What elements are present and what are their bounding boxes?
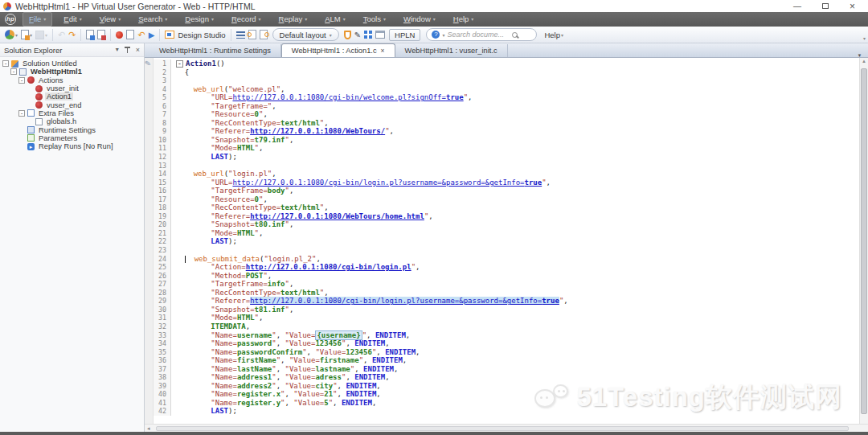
code-line-content: "Snapshot=t80.inf", bbox=[171, 220, 293, 229]
tree-item-label: WebHttpHtml1 bbox=[29, 68, 84, 76]
tab-webhttphtml1-vuser-init-c[interactable]: WebHttpHtml1 : vuser_init.c bbox=[395, 44, 508, 57]
chevron-down-icon: ▾ bbox=[433, 16, 436, 22]
menu-item-alm[interactable]: ALM▾ bbox=[318, 12, 352, 27]
vertical-scroll-thumb[interactable] bbox=[861, 68, 867, 414]
tree-item-vuser-init[interactable]: vuser_init bbox=[2, 84, 144, 92]
snapshot-icon bbox=[126, 30, 134, 39]
layout-select[interactable]: Default layout ▾ bbox=[272, 28, 339, 41]
parameters-icon bbox=[27, 134, 35, 142]
hpln-button[interactable]: HPLN bbox=[389, 29, 420, 41]
tree-item-extra-files[interactable]: -Extra Files bbox=[2, 109, 144, 117]
menu-item-view[interactable]: View▾ bbox=[93, 12, 127, 27]
menu-item-design[interactable]: Design▾ bbox=[178, 12, 220, 27]
tree-item-solution-untitled[interactable]: -Solution Untitled bbox=[2, 60, 144, 68]
code-line-content: "Mode=HTML", bbox=[171, 314, 263, 322]
menu-item-file[interactable]: File▾ bbox=[23, 12, 52, 27]
chevron-down-icon: ▾ bbox=[80, 16, 82, 22]
tree-item-actions[interactable]: -Actions bbox=[2, 76, 144, 84]
help-menu-button[interactable]: Help ▾ bbox=[542, 31, 563, 39]
tree-item-label: vuser_init bbox=[45, 84, 80, 92]
vertical-scrollbar[interactable]: ▲ bbox=[859, 58, 868, 424]
tree-item-parameters[interactable]: Parameters bbox=[2, 134, 144, 142]
menu-item-tools[interactable]: Tools▾ bbox=[357, 12, 392, 27]
redo-button[interactable]: ↷ bbox=[68, 30, 76, 40]
expand-collapse-icon[interactable]: - bbox=[10, 68, 17, 75]
edit-pen-button[interactable]: ✎ bbox=[354, 31, 361, 39]
code-line-37: 37 "Name=lastName", "Value=lastname", EN… bbox=[145, 365, 859, 374]
code-line-content: "Name=password", "Value=123456", ENDITEM… bbox=[171, 339, 390, 348]
panel-close-icon[interactable]: × bbox=[136, 47, 140, 53]
output-pane-button[interactable] bbox=[236, 31, 245, 39]
tab-close-icon[interactable]: × bbox=[381, 47, 385, 55]
expand-collapse-icon[interactable]: - bbox=[2, 60, 9, 67]
horizontal-scroll-thumb[interactable] bbox=[156, 426, 849, 431]
code-line-content: "Name=address2", "Value=city", ENDITEM, bbox=[171, 382, 381, 391]
new-script-button[interactable]: ▾ bbox=[5, 30, 18, 39]
open-button[interactable]: ▾ bbox=[21, 30, 32, 39]
code-line-18: 18 "RecContentType=text/html", bbox=[145, 203, 859, 212]
chevron-down-icon[interactable]: ▾ bbox=[442, 32, 444, 38]
code-line-content: "URL=http://127.0.0.1:1080/cgi-bin/welco… bbox=[171, 93, 473, 102]
chevron-down-icon: ▾ bbox=[471, 16, 473, 22]
snapshot-right-button[interactable] bbox=[260, 30, 268, 39]
tab-label: WebHttpHtml1 : Action1.c bbox=[292, 47, 377, 55]
panel-menu-icon[interactable]: ▾ bbox=[116, 47, 119, 53]
tree-item-vuser-end[interactable]: vuser_end bbox=[2, 101, 144, 109]
toolbar-overflow-icon[interactable]: ▾ bbox=[863, 35, 866, 41]
record-button[interactable] bbox=[116, 31, 123, 39]
vugen-window: WebHttpHtml1 - HP Virtual User Generator… bbox=[0, 0, 868, 435]
chevron-down-icon: ▾ bbox=[343, 16, 346, 22]
code-line-content bbox=[171, 246, 176, 255]
maximize-icon[interactable] bbox=[822, 3, 829, 9]
fold-collapse-icon: - bbox=[176, 60, 183, 68]
pane-layout-button[interactable] bbox=[375, 31, 385, 39]
menu-item-record[interactable]: Record▾ bbox=[225, 12, 268, 27]
scroll-up-icon[interactable]: ▲ bbox=[860, 59, 868, 64]
snapshot-left-button[interactable] bbox=[248, 30, 256, 39]
close-icon[interactable]: × bbox=[850, 2, 855, 10]
recording-options-icon: ↶ bbox=[137, 30, 145, 40]
menu-item-search[interactable]: Search▾ bbox=[132, 12, 174, 27]
record-options-button[interactable] bbox=[97, 30, 105, 39]
save-button[interactable]: ▾ bbox=[35, 31, 47, 39]
code-line-content bbox=[171, 162, 176, 170]
code-line-content: "Name=firstName", "Value=firstname", END… bbox=[171, 356, 407, 365]
regenerate-script-button[interactable] bbox=[86, 30, 94, 39]
code-line-content: "Referer=http://127.0.0.1:1080/WebTours/… bbox=[171, 127, 394, 136]
hp-logo-icon: hp bbox=[5, 14, 16, 25]
search-icon[interactable] bbox=[512, 32, 518, 38]
shield-button[interactable] bbox=[344, 31, 351, 39]
action-icon bbox=[35, 101, 43, 109]
menu-item-replay[interactable]: Replay▾ bbox=[272, 12, 314, 27]
minimize-icon[interactable]: — bbox=[793, 2, 801, 10]
tab-webhttphtml1-runtime-settings[interactable]: WebHttpHtml1 : Runtime Settings bbox=[149, 44, 281, 57]
code-line-content: "TargetFrame=info", bbox=[171, 280, 293, 289]
tree-item-replay-runs-no-run-[interactable]: ▸Replay Runs [No Run] bbox=[2, 142, 144, 150]
expand-collapse-icon[interactable]: - bbox=[18, 110, 25, 117]
horizontal-scrollbar[interactable]: ◂ bbox=[145, 424, 868, 432]
expand-collapse-icon[interactable]: - bbox=[18, 77, 25, 84]
pin-icon[interactable] bbox=[125, 47, 130, 53]
menu-item-window[interactable]: Window▾ bbox=[397, 12, 442, 27]
scroll-left-icon[interactable]: ◂ bbox=[145, 425, 153, 432]
design-studio-button[interactable]: Design Studio bbox=[165, 31, 225, 39]
replay-button[interactable]: ▶ bbox=[149, 31, 155, 39]
code-line-25: 25 "Action=http://127.0.0.1:1080/cgi-bin… bbox=[145, 263, 859, 272]
tree-item-runtime-settings[interactable]: Runtime Settings bbox=[2, 125, 144, 133]
code-line-content: "Name=register.y", "Value=5", ENDITEM, bbox=[171, 399, 376, 408]
tree-item-webhttphtml1[interactable]: -WebHttpHtml1 bbox=[2, 68, 144, 76]
tree-item-action1[interactable]: Action1 bbox=[2, 92, 144, 101]
search-input[interactable] bbox=[447, 31, 510, 39]
snapshot-button[interactable] bbox=[126, 30, 134, 39]
thumbnails-button[interactable] bbox=[364, 31, 372, 39]
menu-item-help[interactable]: Help▾ bbox=[447, 12, 481, 27]
menu-item-edit[interactable]: Edit▾ bbox=[57, 12, 88, 27]
code-line-content: "Name=lastName", "Value=lastname", ENDIT… bbox=[171, 365, 398, 374]
tree-item-globals-h[interactable]: globals.h bbox=[2, 117, 144, 125]
recording-options-button[interactable]: ↶ bbox=[137, 30, 145, 40]
tab-webhttphtml1-action1-c[interactable]: WebHttpHtml1 : Action1.c× bbox=[281, 43, 395, 57]
undo-button[interactable]: ↶ bbox=[58, 30, 65, 40]
chevron-down-icon: ▾ bbox=[45, 32, 47, 38]
code-editor[interactable]: ✎ 1-Action1()2 {34 web_url("welcome.pl",… bbox=[145, 58, 859, 424]
code-line-28: 28 "RecContentType=text/html", bbox=[145, 289, 859, 298]
